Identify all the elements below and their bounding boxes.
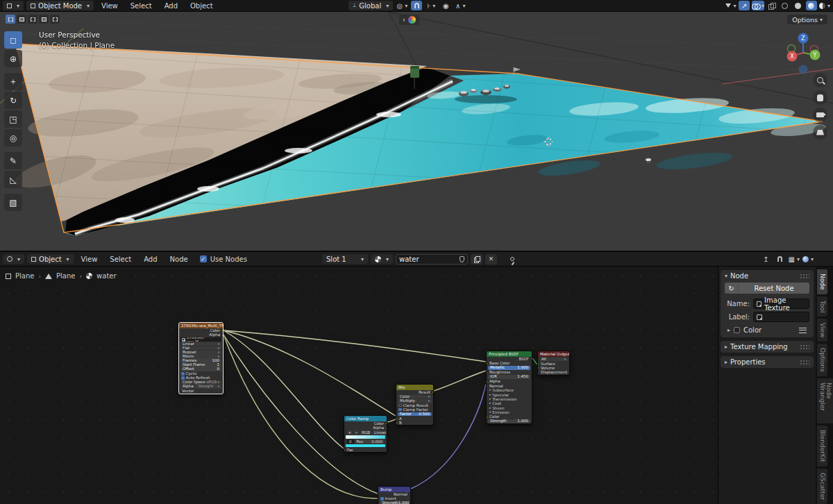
offset-slider[interactable]: Offset0: [180, 367, 221, 371]
editor-type-dropdown[interactable]: [3, 1, 24, 10]
socket-roughness-in[interactable]: [486, 371, 488, 374]
socket-vector-in[interactable]: [178, 389, 180, 392]
ortho-toggle-button[interactable]: [813, 125, 827, 140]
unlink-material-button[interactable]: ✕: [485, 254, 497, 264]
socket-bsdf-out[interactable]: [530, 358, 532, 360]
snap-toggle[interactable]: [411, 1, 422, 10]
color-subpanel[interactable]: ▸Color: [727, 326, 807, 334]
pin-button[interactable]: [507, 254, 518, 264]
tool-transform[interactable]: ◎: [4, 129, 22, 146]
drag-handle-icon[interactable]: [800, 360, 809, 365]
socket-result-out[interactable]: [432, 391, 434, 394]
viewport-3d[interactable]: Options › User Perspective (0) Collectio…: [0, 12, 833, 251]
alpha-mode-dropdown[interactable]: AlphaStraight: [180, 385, 221, 389]
node-bump[interactable]: Bump Normal Invert Strength1.000: [378, 486, 411, 504]
use-nodes-toggle[interactable]: Use Nodes: [200, 255, 247, 263]
node-mix[interactable]: Mix Result Color Multiply Clamp Result C…: [396, 384, 434, 426]
falloff-dropdown[interactable]: ∧: [455, 1, 466, 10]
shading-material[interactable]: [806, 1, 817, 10]
menu-object[interactable]: Object: [185, 2, 218, 10]
shader-menu-node[interactable]: Node: [165, 255, 193, 263]
socket-fac-in[interactable]: [344, 448, 346, 451]
bump-strength-slider[interactable]: Strength1.000: [380, 501, 409, 504]
select-mode-box[interactable]: [17, 15, 26, 24]
fake-user-shield-icon[interactable]: [460, 256, 464, 262]
color-mode-dropdown[interactable]: RGB: [360, 430, 371, 435]
mode-dropdown[interactable]: Object Mode: [26, 1, 94, 10]
pan-button[interactable]: [813, 90, 827, 105]
options-button[interactable]: Options: [787, 15, 827, 24]
select-mode-circle[interactable]: [28, 15, 37, 24]
node-name-field[interactable]: Image Texture: [753, 299, 809, 309]
socket-color-out[interactable]: [385, 422, 387, 425]
tab-options[interactable]: Options: [817, 344, 827, 376]
ior-slider[interactable]: IOR1.450: [488, 375, 530, 379]
shader-snap-toggle[interactable]: [775, 254, 786, 264]
shader-menu-select[interactable]: Select: [105, 255, 136, 263]
node-panel-header[interactable]: ▾Node: [721, 270, 814, 282]
socket-alpha-in[interactable]: [486, 380, 488, 383]
socket-displacement-in[interactable]: [537, 371, 539, 374]
visibility-filter-dropdown[interactable]: [725, 1, 737, 10]
socket-color-out[interactable]: [221, 329, 224, 332]
menu-select[interactable]: Select: [126, 2, 157, 10]
emission-strength-slider[interactable]: Strength1.000: [488, 419, 530, 423]
add-stop-button[interactable]: +: [347, 430, 353, 435]
socket-surface-in[interactable]: [537, 362, 539, 365]
metallic-slider[interactable]: Metallic1.000: [488, 366, 530, 370]
slot-dropdown[interactable]: Slot 1: [322, 254, 368, 264]
use-nodes-checkbox[interactable]: [200, 255, 207, 262]
drag-handle-icon[interactable]: [800, 274, 809, 279]
material-name-field[interactable]: water: [396, 254, 468, 264]
drag-handle-icon[interactable]: [800, 344, 809, 350]
socket-base-color-in[interactable]: [486, 362, 488, 365]
node-image-texture[interactable]: 278936c-sea_Multi_TNE_Map-sup.001 Color …: [178, 322, 224, 394]
select-mode-tweak[interactable]: [6, 15, 15, 24]
node-principled-bsdf[interactable]: Principled BSDF BSDF Base Color Metallic…: [486, 351, 532, 424]
zoom-button[interactable]: [813, 73, 827, 87]
menu-add[interactable]: Add: [160, 2, 183, 10]
color-checkbox[interactable]: [734, 327, 740, 333]
texture-mapping-header[interactable]: ▸Texture Mapping: [721, 341, 814, 353]
socket-normal-out[interactable]: [409, 493, 411, 496]
node-material-output[interactable]: Material Output All Surface Volume Displ…: [537, 351, 570, 376]
preview-shading-dropdown[interactable]: [802, 254, 814, 264]
overlays-toggle[interactable]: [752, 1, 764, 10]
menu-icon[interactable]: [799, 328, 807, 333]
material-browse-dropdown[interactable]: [371, 254, 393, 264]
tab-node[interactable]: Node: [817, 269, 827, 294]
tab-view[interactable]: View: [817, 319, 827, 342]
socket-normal-in[interactable]: [486, 385, 488, 387]
properties-header[interactable]: ▸Properties: [721, 356, 814, 368]
shader-editor-type-dropdown[interactable]: [3, 254, 24, 264]
tool-rotate[interactable]: ↻: [4, 92, 22, 109]
remove-stop-button[interactable]: −: [354, 430, 360, 435]
tool-cursor[interactable]: ⊕: [4, 50, 22, 67]
socket-alpha-out[interactable]: [221, 334, 224, 337]
tool-annotate[interactable]: ✎: [4, 152, 22, 169]
new-material-button[interactable]: [471, 254, 482, 264]
stop-position-slider[interactable]: Pos0.000: [355, 439, 385, 444]
xray-toggle[interactable]: [766, 1, 777, 10]
tab-node-wrangler[interactable]: Node Wrangler: [817, 378, 833, 423]
menu-view[interactable]: View: [96, 2, 123, 10]
pivot-dropdown[interactable]: ◎: [396, 1, 407, 10]
proportional-edit-toggle[interactable]: ◉: [440, 1, 451, 10]
camera-view-button[interactable]: [813, 108, 827, 122]
shading-wireframe[interactable]: [780, 1, 791, 10]
reset-node-button[interactable]: ↻ Reset Node: [725, 283, 809, 294]
blend-mode-dropdown[interactable]: Multiply: [398, 399, 432, 403]
node-color-ramp[interactable]: Color Ramp Color Alpha + − RGB Linear 0 …: [344, 415, 387, 453]
tool-scale[interactable]: ◳: [4, 110, 22, 128]
stop-index-field[interactable]: 0: [347, 439, 354, 444]
shader-menu-add[interactable]: Add: [139, 255, 162, 263]
socket-b-in[interactable]: [396, 421, 398, 424]
socket-volume-in[interactable]: [537, 367, 539, 369]
navigation-gizmo[interactable]: Z X Y: [783, 31, 823, 78]
tool-add-cube[interactable]: ▧: [4, 194, 22, 211]
tool-move[interactable]: ＋: [4, 73, 22, 90]
shading-solid[interactable]: [793, 1, 804, 10]
tab-gscatter[interactable]: GScatter: [817, 469, 827, 504]
parent-node-tree-button[interactable]: ↥: [761, 254, 772, 264]
interpolation-dropdown[interactable]: Linear: [373, 430, 387, 435]
